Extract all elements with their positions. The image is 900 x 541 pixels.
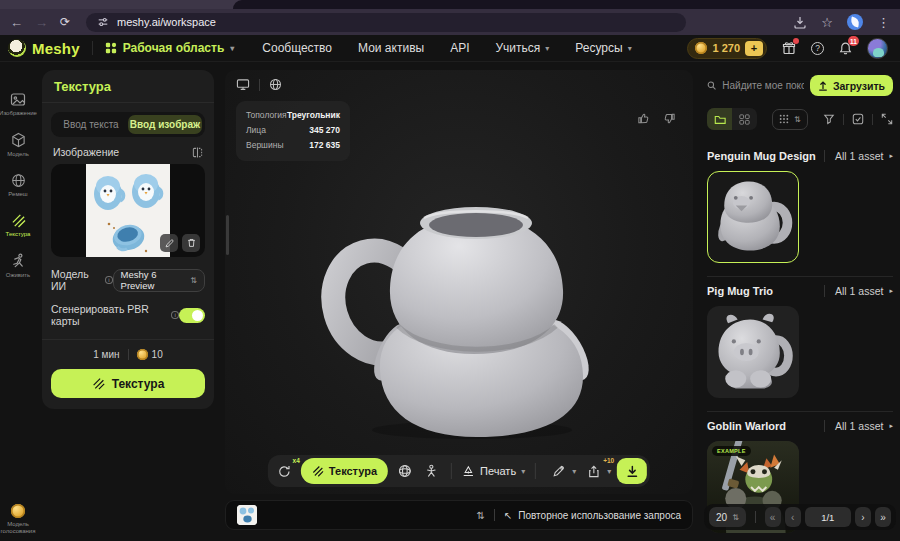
print-button[interactable]: Печать ▾ <box>458 465 529 477</box>
page-size-select[interactable]: 20 ⇅ <box>709 507 746 527</box>
panel-resize-handle[interactable] <box>226 215 229 255</box>
thumb-down-icon[interactable] <box>663 112 676 125</box>
rail-item-vote-model[interactable]: Модель голосования <box>0 504 36 535</box>
browser-forward-icon[interactable]: → <box>35 16 48 29</box>
filter-icon[interactable] <box>823 113 835 125</box>
remesh-tool-button[interactable] <box>391 458 418 484</box>
tab-text-input[interactable]: Ввод текста <box>54 115 128 134</box>
regenerate-button[interactable]: x4 <box>271 458 298 484</box>
input-image-preview[interactable] <box>51 164 205 257</box>
help-icon[interactable]: ? <box>811 42 824 55</box>
generate-texture-button[interactable]: Текстура <box>51 369 205 398</box>
browser-back-icon[interactable]: ← <box>10 16 23 29</box>
browser-addressbar: ← → ⟳ meshy.ai/workspace ☆ ⋮ <box>0 9 900 35</box>
section-link-penguin[interactable]: All 1 asset▸ <box>835 150 893 162</box>
eta-text: 1 мин <box>93 349 119 360</box>
thumb-up-icon[interactable] <box>637 112 650 125</box>
image-icon <box>10 92 26 107</box>
workspace-selector[interactable]: Рабочая область ▾ <box>105 41 235 55</box>
history-thumbnail[interactable] <box>237 505 257 525</box>
pagination-last-button[interactable]: » <box>875 507 891 527</box>
vote-coin-icon <box>11 504 25 518</box>
save-page-icon[interactable] <box>793 16 807 29</box>
asset-thumb-penguin-mug[interactable] <box>707 171 799 263</box>
nav-community[interactable]: Сообщество <box>262 41 332 55</box>
grid-view-button[interactable] <box>732 108 757 130</box>
display-mode-icon[interactable] <box>236 78 250 91</box>
app-navbar: Meshy Рабочая область ▾ Сообщество Мои а… <box>0 35 900 62</box>
search-icon <box>707 80 716 91</box>
grid-dots-icon <box>779 114 789 124</box>
divider <box>128 349 129 360</box>
search-input[interactable] <box>722 80 804 91</box>
chevron-right-icon: ▸ <box>889 422 893 430</box>
edit-image-button[interactable] <box>160 234 178 252</box>
tab-image-input[interactable]: Ввод изображ <box>128 115 202 134</box>
select-check-icon[interactable] <box>852 113 864 125</box>
coin-icon <box>695 42 707 54</box>
reuse-prompt-button[interactable]: ↖ Повторное использование запроса <box>504 510 681 521</box>
nav-divider <box>92 41 93 55</box>
rail-item-image[interactable]: Изображение <box>0 92 36 117</box>
meshy-logo-icon <box>8 39 26 57</box>
section-title-pig: Pig Mug Trio <box>707 285 824 297</box>
pagination-first-button[interactable]: « <box>765 507 781 527</box>
browser-menu-icon[interactable]: ⋮ <box>877 16 890 29</box>
ai-model-select[interactable]: Meshy 6 Preview ⇅ <box>113 269 205 292</box>
info-icon <box>171 311 178 319</box>
credits-pill[interactable]: 1 270 + <box>687 38 767 59</box>
pencil-icon <box>165 239 174 248</box>
stat-value: Треугольник <box>287 108 340 123</box>
pagination-next-button[interactable]: › <box>855 507 871 527</box>
thumbnail-size-select[interactable]: ⇅ <box>772 109 808 130</box>
runner-icon <box>11 253 26 269</box>
nav-resources[interactable]: Ресурсы▾ <box>575 41 631 55</box>
divider <box>259 79 260 91</box>
export-button[interactable]: ▾ +10 <box>576 458 612 484</box>
nav-learn[interactable]: Учиться▾ <box>495 41 549 55</box>
chevron-down-icon: ▾ <box>607 467 611 476</box>
url-bar[interactable]: meshy.ai/workspace <box>86 13 686 32</box>
browser-tab[interactable] <box>233 0 900 9</box>
rail-item-texture[interactable]: Текстура <box>0 213 36 238</box>
user-avatar[interactable] <box>867 38 888 59</box>
upload-icon <box>818 80 828 91</box>
asset-search[interactable] <box>707 80 804 91</box>
meshy-logo[interactable]: Meshy <box>8 39 80 57</box>
download-button[interactable] <box>617 458 647 484</box>
divider <box>451 463 452 479</box>
expand-icon[interactable] <box>881 113 893 125</box>
viewport-3d[interactable]: ТопологияТреугольник Лица345 270 Вершины… <box>225 70 693 494</box>
rewards-gift-icon[interactable] <box>782 41 796 55</box>
upload-button[interactable]: Загрузить <box>810 75 893 96</box>
nav-my-assets[interactable]: Мои активы <box>358 41 424 55</box>
brand-name: Meshy <box>32 40 80 57</box>
asset-thumb-pig-mug[interactable] <box>707 306 799 398</box>
compare-icon[interactable] <box>192 147 203 158</box>
rail-item-animate[interactable]: Оживить <box>0 253 36 279</box>
edit-tool-button[interactable]: ▾ <box>542 458 576 484</box>
pagination-prev-button[interactable]: ‹ <box>785 507 801 527</box>
pbr-toggle[interactable] <box>179 308 205 323</box>
browser-reload-icon[interactable]: ⟳ <box>60 16 70 28</box>
notifications-bell-icon[interactable]: 11 <box>839 41 852 55</box>
folder-view-button[interactable] <box>707 108 732 130</box>
texture-tool-button[interactable]: Текстура <box>301 458 388 484</box>
viewport-toolbar: x4 Текстура Печать ▾ ▾ ▾ +10 <box>268 455 650 487</box>
section-link-pig[interactable]: All 1 asset▸ <box>835 285 893 297</box>
delete-image-button[interactable] <box>182 234 200 252</box>
nav-api[interactable]: API <box>450 41 469 55</box>
rail-item-remesh[interactable]: Ремеш <box>0 173 36 198</box>
sort-icon[interactable]: ⇅ <box>476 510 484 521</box>
bookmark-star-icon[interactable]: ☆ <box>821 16 833 29</box>
divider <box>824 150 825 162</box>
folder-icon <box>714 114 726 125</box>
rail-item-model[interactable]: Модель <box>0 132 36 158</box>
browser-profile-icon[interactable] <box>847 14 863 30</box>
section-link-goblin[interactable]: All 1 asset▸ <box>835 420 893 432</box>
site-settings-icon[interactable] <box>97 16 109 28</box>
add-credits-button[interactable]: + <box>745 41 763 56</box>
view-mode-segmented <box>707 108 757 130</box>
shading-sphere-icon[interactable] <box>269 78 282 91</box>
rig-tool-button[interactable] <box>418 458 445 484</box>
